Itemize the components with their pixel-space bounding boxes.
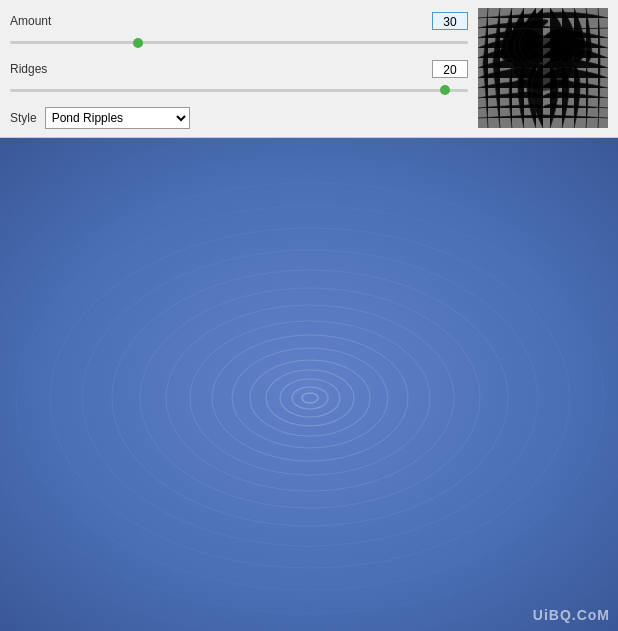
ridges-row: Ridges 20 [10,60,468,78]
ridges-slider-thumb[interactable] [440,85,450,95]
preview-thumbnail [478,8,608,128]
amount-row: Amount 30 [10,12,468,30]
amount-slider-track [10,41,468,44]
style-row: Style Pond Ripples Out From Center Swirl… [10,107,468,129]
svg-rect-2 [0,138,618,631]
control-panel: Amount 30 Ridges 20 Style Pond Ripples O… [0,0,618,138]
ridges-slider-container[interactable] [10,84,468,98]
main-preview: UiBQ.CoM [0,138,618,631]
ridges-value[interactable]: 20 [432,60,468,78]
style-select[interactable]: Pond Ripples Out From Center Swirl Aroun… [45,107,190,129]
amount-slider-thumb[interactable] [133,38,143,48]
controls-left: Amount 30 Ridges 20 Style Pond Ripples O… [10,8,468,129]
amount-slider-container[interactable] [10,36,468,50]
ripple-svg [0,138,618,631]
watermark: UiBQ.CoM [533,607,610,623]
ridges-slider-track [10,89,468,92]
amount-label: Amount [10,14,65,28]
style-label: Style [10,111,37,125]
ridges-label: Ridges [10,62,65,76]
preview-grid-svg [478,8,608,128]
amount-value[interactable]: 30 [432,12,468,30]
